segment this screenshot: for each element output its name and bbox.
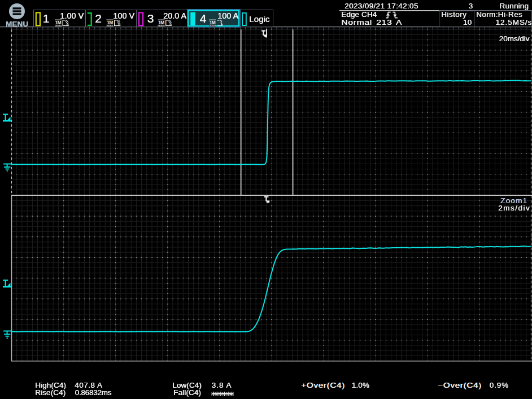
svg-text:1M: 1M bbox=[107, 20, 113, 25]
svg-text:1M: 1M bbox=[55, 20, 62, 25]
svg-text:1M: 1M bbox=[210, 20, 216, 25]
svg-text:1M: 1M bbox=[158, 20, 164, 25]
